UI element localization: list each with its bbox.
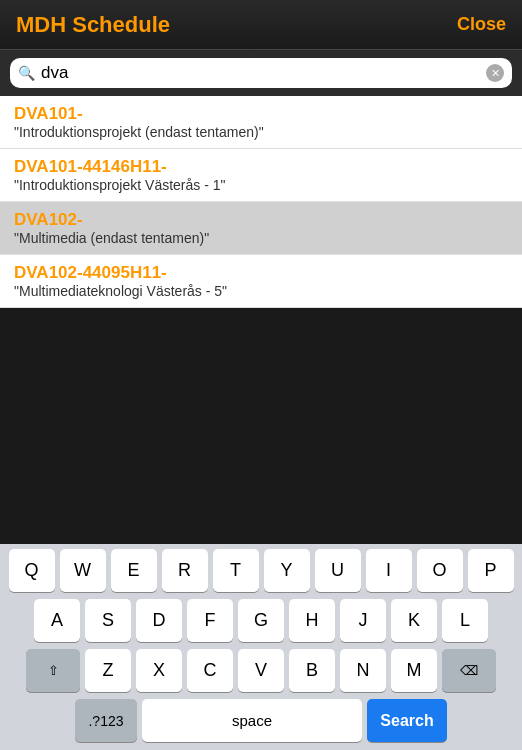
result-name: "Introduktionsprojekt Västerås - 1" (14, 177, 508, 193)
result-item[interactable]: DVA101-44146H11-"Introduktionsprojekt Vä… (0, 149, 522, 202)
key-h[interactable]: H (289, 599, 335, 642)
key-e[interactable]: E (111, 549, 157, 592)
clear-icon[interactable]: ✕ (486, 64, 504, 82)
key-g[interactable]: G (238, 599, 284, 642)
results-list: DVA101-"Introduktionsprojekt (endast ten… (0, 96, 522, 308)
result-name: "Multimediateknologi Västerås - 5" (14, 283, 508, 299)
search-input[interactable] (41, 63, 486, 83)
key-d[interactable]: D (136, 599, 182, 642)
result-code: DVA101-44146H11- (14, 157, 508, 177)
search-key[interactable]: Search (367, 699, 447, 742)
space-key[interactable]: space (142, 699, 362, 742)
search-icon: 🔍 (18, 65, 35, 81)
keyboard-row-3: ⇧ZXCVBNM⌫ (0, 644, 522, 694)
key-m[interactable]: M (391, 649, 437, 692)
key-f[interactable]: F (187, 599, 233, 642)
key-z[interactable]: Z (85, 649, 131, 692)
key-k[interactable]: K (391, 599, 437, 642)
key-r[interactable]: R (162, 549, 208, 592)
key-w[interactable]: W (60, 549, 106, 592)
key-l[interactable]: L (442, 599, 488, 642)
result-code: DVA101- (14, 104, 508, 124)
result-code: DVA102- (14, 210, 508, 230)
search-bar: 🔍 ✕ (0, 50, 522, 96)
key-j[interactable]: J (340, 599, 386, 642)
search-container: 🔍 ✕ (10, 58, 512, 88)
key-s[interactable]: S (85, 599, 131, 642)
key-c[interactable]: C (187, 649, 233, 692)
result-code: DVA102-44095H11- (14, 263, 508, 283)
key-x[interactable]: X (136, 649, 182, 692)
key-o[interactable]: O (417, 549, 463, 592)
result-item[interactable]: DVA102-44095H11-"Multimediateknologi Väs… (0, 255, 522, 308)
key-a[interactable]: A (34, 599, 80, 642)
shift-key[interactable]: ⇧ (26, 649, 80, 692)
keyboard: QWERTYUIOP ASDFGHJKL ⇧ZXCVBNM⌫ .?123 spa… (0, 544, 522, 750)
close-button[interactable]: Close (457, 14, 506, 35)
key-t[interactable]: T (213, 549, 259, 592)
app-header: MDH Schedule Close (0, 0, 522, 50)
keyboard-row-1: QWERTYUIOP (0, 544, 522, 594)
key-b[interactable]: B (289, 649, 335, 692)
result-name: "Multimedia (endast tentamen)" (14, 230, 508, 246)
result-item[interactable]: DVA101-"Introduktionsprojekt (endast ten… (0, 96, 522, 149)
key-v[interactable]: V (238, 649, 284, 692)
app-title: MDH Schedule (16, 12, 170, 38)
keyboard-row-2: ASDFGHJKL (0, 594, 522, 644)
delete-key[interactable]: ⌫ (442, 649, 496, 692)
key-u[interactable]: U (315, 549, 361, 592)
key-i[interactable]: I (366, 549, 412, 592)
key-n[interactable]: N (340, 649, 386, 692)
result-item[interactable]: DVA102-"Multimedia (endast tentamen)" (0, 202, 522, 255)
keyboard-row-bottom: .?123 space Search (0, 694, 522, 750)
result-name: "Introduktionsprojekt (endast tentamen)" (14, 124, 508, 140)
key-p[interactable]: P (468, 549, 514, 592)
key-q[interactable]: Q (9, 549, 55, 592)
numbers-key[interactable]: .?123 (75, 699, 137, 742)
key-y[interactable]: Y (264, 549, 310, 592)
